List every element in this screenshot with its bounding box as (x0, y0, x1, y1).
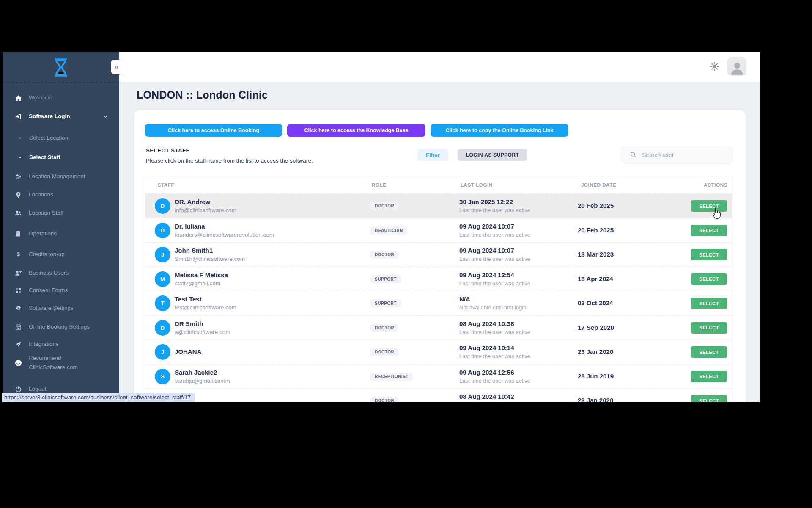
column-header-actions: ACTIONS (704, 182, 727, 188)
login-as-support-button[interactable]: LOGIN AS SUPPORT (458, 149, 527, 161)
sidebar-item-consent-forms[interactable]: Consent Forms (3, 285, 119, 296)
staff-name: John Smith1 (175, 246, 245, 255)
select-button[interactable]: SELECT (691, 371, 727, 382)
column-header-staff: STAFF (158, 182, 174, 188)
copy-booking-link-button[interactable]: Click here to copy the Online Booking Li… (431, 124, 568, 137)
joined-date-value: 20 Feb 2025 (578, 226, 614, 234)
select-button[interactable]: SELECT (691, 298, 727, 309)
paper-plane-icon (14, 340, 22, 348)
joined-date-value: 03 Oct 2024 (578, 299, 613, 306)
last-login-value: 09 Aug 2024 10:07 (459, 246, 530, 255)
last-login-value: 09 Aug 2024 12:54 (459, 271, 530, 279)
login-icon (14, 112, 22, 121)
avatar: M (155, 271, 170, 287)
section-subtitle: Please click on the staff name from the … (146, 157, 313, 164)
sidebar-item-operations[interactable]: Operations (3, 228, 119, 239)
bin-icon (14, 229, 22, 238)
calendar-check-icon (14, 323, 22, 331)
filter-button[interactable]: Filter (417, 149, 448, 161)
table-row[interactable]: D Dr. Iuliana founders@clinicsoftwarerev… (145, 218, 732, 243)
table-row[interactable]: T Test Test test@clinicsoftware.com SUPP… (145, 291, 732, 316)
staff-email: a@clinicsoftware.com (175, 328, 230, 336)
gear-icon (14, 304, 22, 312)
role-badge: DOCTOR (370, 202, 398, 210)
staff-table: STAFF ROLE LAST LOGIN JOINED DATE ACTION… (145, 177, 732, 402)
sidebar-item-location-staff[interactable]: Location Staff (3, 207, 119, 218)
last-login-value: 08 Aug 2024 10:42 (459, 392, 530, 401)
sidebar-item-select-location[interactable]: Select Location (3, 133, 119, 144)
sidebar-item-business-users[interactable]: Business Users (3, 268, 119, 279)
staff-name: JOHANA (175, 348, 201, 356)
sidebar-item-location-management[interactable]: Location Management (3, 171, 119, 182)
table-row[interactable]: D DR. Andrew info@clinicsoftware.com DOC… (145, 194, 732, 218)
dot-icon (18, 134, 23, 142)
role-badge: DOCTOR (370, 397, 398, 402)
avatar: S (155, 369, 170, 384)
last-login-note: Not available until first login (459, 304, 526, 312)
joined-date-value: 13 Mar 2023 (578, 251, 614, 258)
sitemap-icon (14, 172, 22, 181)
table-row[interactable]: D DOCTOR 08 Aug 2024 10:42 Last time the… (145, 389, 732, 402)
search-icon (630, 151, 637, 158)
staff-name: DR. Andrew (175, 198, 236, 206)
clinicsoftware-logo (3, 55, 119, 79)
table-header: STAFF ROLE LAST LOGIN JOINED DATE ACTION… (145, 177, 732, 194)
last-login-note: Last time the user was active (459, 352, 530, 360)
table-row[interactable]: J John Smith1 Smit1h@clinicsoftware.com … (145, 243, 732, 267)
column-header-joined-date: JOINED DATE (581, 182, 616, 188)
select-button[interactable]: SELECT (691, 395, 727, 402)
top-bar (119, 52, 760, 82)
sidebar: Welcome Software Login Select Location S… (3, 52, 119, 402)
user-avatar-button[interactable] (727, 57, 746, 76)
sun-icon (710, 61, 720, 72)
collapse-chevrons-icon: « (111, 63, 118, 71)
map-pin-icon (14, 190, 22, 199)
app-window: Welcome Software Login Select Location S… (3, 52, 760, 402)
sidebar-item-welcome[interactable]: Welcome (3, 92, 119, 103)
person-icon (729, 60, 745, 76)
theme-toggle-button[interactable] (710, 61, 720, 72)
chevron-down-icon (103, 113, 108, 121)
select-button[interactable]: SELECT (691, 249, 727, 260)
dot-icon (18, 153, 23, 162)
knowledge-base-button[interactable]: Click here to access the Knowledge Base (287, 124, 425, 137)
role-badge: SUPPORT (370, 299, 401, 307)
staff-name: Test Test (175, 295, 236, 304)
staff-card: Click here to access Online Booking Clic… (134, 110, 746, 402)
last-login-note: Last time the user was active (459, 401, 530, 402)
last-login-note: Last time the user was active (459, 231, 530, 239)
column-header-last-login: LAST LOGIN (461, 182, 493, 188)
users-icon (14, 209, 22, 217)
table-row[interactable]: M Melissa F Melissa staff2@gmail.com SUP… (145, 267, 732, 292)
sidebar-item-locations[interactable]: Locations (3, 189, 119, 200)
avatar: T (155, 295, 170, 311)
select-button[interactable]: SELECT (691, 200, 727, 212)
last-login-value: 08 Aug 2024 10:38 (459, 320, 530, 328)
sidebar-collapse-button[interactable]: « (111, 60, 126, 74)
sidebar-item-online-booking-settings[interactable]: Online Booking Settings (3, 321, 119, 332)
online-booking-button[interactable]: Click here to access Online Booking (145, 124, 282, 137)
column-header-role: ROLE (372, 182, 386, 188)
table-row[interactable]: D DR Smith a@clinicsoftware.com DOCTOR 0… (145, 316, 732, 340)
sidebar-item-integrations[interactable]: Integrations (3, 339, 119, 350)
sidebar-item-software-login[interactable]: Software Login (3, 111, 119, 122)
joined-date-value: 20 Feb 2025 (578, 202, 614, 209)
search-input[interactable] (642, 152, 727, 158)
avatar: J (155, 247, 170, 262)
table-row[interactable]: J JOHANA DOCTOR 09 Aug 2024 10:14 Last t… (145, 340, 732, 364)
select-button[interactable]: SELECT (691, 346, 727, 358)
role-badge: BEAUTICIAN (370, 226, 407, 235)
last-login-value: 09 Aug 2024 12:56 (459, 368, 530, 377)
select-button[interactable]: SELECT (691, 273, 727, 285)
joined-date-value: 23 Jan 2020 (578, 397, 613, 402)
sidebar-item-credits-top-up[interactable]: $ Credits top-up (3, 249, 119, 260)
main-content: LONDON :: London Clinic Click here to ac… (119, 82, 760, 402)
sidebar-item-select-staff[interactable]: Select Staff (3, 152, 119, 163)
section-title: SELECT STAFF (146, 147, 189, 154)
staff-name: Dr. Iuliana (175, 222, 274, 231)
select-button[interactable]: SELECT (691, 225, 727, 236)
table-row[interactable]: S Sarah Jackie2 sarahja@gmail.comm RECEP… (145, 364, 732, 389)
sidebar-item-software-settings[interactable]: Software Settings (3, 303, 119, 314)
select-button[interactable]: SELECT (691, 322, 727, 334)
sidebar-item-recommend-clinicsoftware-com[interactable]: Recommend ClinicSoftware.com (3, 353, 119, 372)
